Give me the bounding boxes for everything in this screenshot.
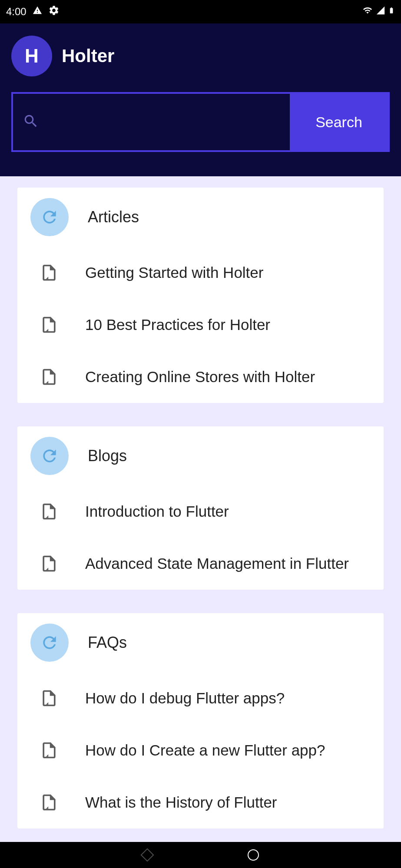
content-area: Articles Getting Started with Holter 10 … bbox=[0, 176, 401, 843]
list-item[interactable]: Advanced State Management in Flutter bbox=[17, 538, 384, 590]
refresh-icon bbox=[30, 437, 69, 475]
search-input-wrap[interactable] bbox=[13, 94, 290, 150]
section-title: Blogs bbox=[88, 447, 127, 465]
search-input[interactable] bbox=[46, 115, 280, 129]
status-left: 4:00 bbox=[6, 5, 60, 19]
item-title: Creating Online Stores with Holter bbox=[85, 368, 315, 386]
refresh-icon bbox=[30, 198, 69, 236]
page-title: Holter bbox=[62, 46, 114, 66]
warning-icon bbox=[33, 6, 42, 18]
document-icon bbox=[39, 263, 59, 283]
card-faqs: FAQs How do I debug Flutter apps? How do… bbox=[17, 613, 384, 828]
item-title: 10 Best Practices for Holter bbox=[85, 316, 270, 333]
search-button[interactable]: Search bbox=[290, 94, 388, 150]
wifi-icon bbox=[362, 6, 373, 18]
android-nav-bar bbox=[0, 842, 401, 868]
list-item[interactable]: How do I debug Flutter apps? bbox=[17, 672, 384, 724]
gear-icon bbox=[48, 5, 60, 19]
refresh-icon bbox=[30, 624, 69, 662]
section-title: Articles bbox=[88, 208, 139, 226]
list-item[interactable]: 10 Best Practices for Holter bbox=[17, 299, 384, 351]
section-header-faqs[interactable]: FAQs bbox=[17, 613, 384, 672]
document-icon bbox=[39, 554, 59, 574]
card-articles: Articles Getting Started with Holter 10 … bbox=[17, 188, 384, 403]
document-icon bbox=[39, 502, 59, 521]
item-title: Introduction to Flutter bbox=[85, 503, 229, 520]
status-time: 4:00 bbox=[6, 6, 27, 18]
search-icon bbox=[23, 113, 39, 131]
signal-icon bbox=[376, 6, 385, 18]
header-top: H Holter bbox=[11, 36, 390, 76]
list-item[interactable]: Introduction to Flutter bbox=[17, 485, 384, 538]
document-icon bbox=[39, 315, 59, 335]
avatar-letter: H bbox=[25, 45, 39, 67]
status-right bbox=[362, 5, 395, 19]
section-header-blogs[interactable]: Blogs bbox=[17, 426, 384, 485]
document-icon bbox=[39, 792, 59, 812]
battery-icon bbox=[388, 5, 395, 19]
item-title: Getting Started with Holter bbox=[85, 264, 263, 281]
item-title: How do I Create a new Flutter app? bbox=[85, 742, 325, 759]
nav-recent-icon[interactable] bbox=[140, 848, 154, 861]
list-item[interactable]: Getting Started with Holter bbox=[17, 247, 384, 299]
card-blogs: Blogs Introduction to Flutter Advanced S… bbox=[17, 426, 384, 590]
section-title: FAQs bbox=[88, 634, 127, 652]
status-bar: 4:00 bbox=[0, 0, 401, 23]
list-item[interactable]: Creating Online Stores with Holter bbox=[17, 351, 384, 403]
item-title: Advanced State Management in Flutter bbox=[85, 555, 349, 572]
nav-home-icon[interactable] bbox=[248, 849, 259, 861]
avatar[interactable]: H bbox=[11, 36, 52, 76]
item-title: How do I debug Flutter apps? bbox=[85, 690, 285, 707]
item-title: What is the History of Flutter bbox=[85, 794, 277, 811]
document-icon bbox=[39, 740, 59, 760]
document-icon bbox=[39, 688, 59, 708]
search-row: Search bbox=[11, 92, 390, 152]
section-header-articles[interactable]: Articles bbox=[17, 188, 384, 247]
document-icon bbox=[39, 367, 59, 387]
app-header: H Holter Search bbox=[0, 23, 401, 176]
list-item[interactable]: How do I Create a new Flutter app? bbox=[17, 724, 384, 776]
list-item[interactable]: What is the History of Flutter bbox=[17, 776, 384, 828]
